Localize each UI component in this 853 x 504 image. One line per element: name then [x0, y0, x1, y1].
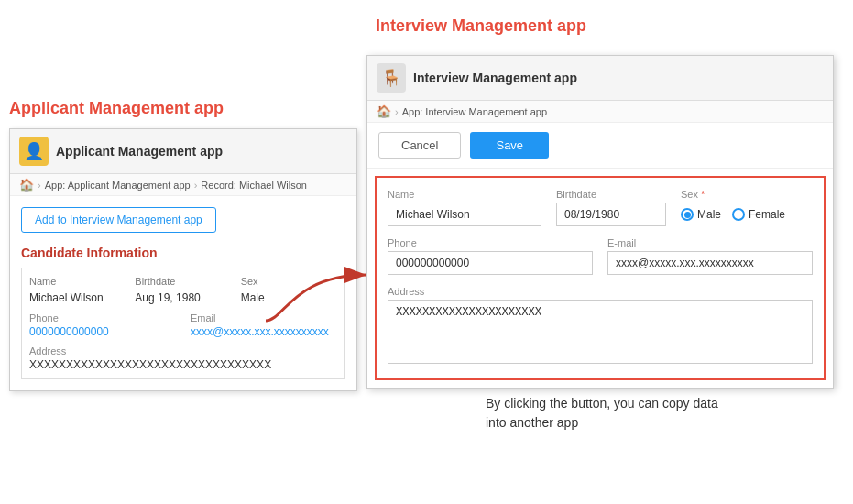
email-input[interactable] — [607, 251, 813, 275]
address-label: Address — [29, 345, 337, 356]
cancel-button[interactable]: Cancel — [378, 132, 461, 159]
phone-input[interactable] — [388, 251, 593, 275]
action-bar: Cancel Save — [367, 123, 833, 169]
birthdate-form-field: Birthdate — [556, 189, 666, 226]
bottom-note: By clicking the button, you can copy dat… — [486, 394, 742, 433]
phone-email-form-row: Phone E-mail — [388, 237, 813, 275]
address-field: Address XXXXXXXXXXXXXXXXXXXXXXXXXXXXXXXX… — [29, 345, 337, 371]
right-app-label: Interview Management app — [376, 16, 586, 36]
right-app-header: 🪑 Interview Management app — [367, 56, 833, 101]
right-app-panel: 🪑 Interview Management app 🏠 › App: Inte… — [366, 55, 834, 389]
right-app-title: Interview Management app — [413, 71, 577, 85]
male-label: Male — [697, 208, 721, 221]
phone-value: 0000000000000 — [29, 325, 176, 338]
left-app-icon: 👤 — [19, 137, 49, 166]
name-value: Michael Wilson — [29, 289, 126, 307]
sex-form-label: Sex * — [681, 189, 813, 200]
right-breadcrumb: 🏠 › App: Interview Management app — [367, 101, 833, 123]
phone-field: Phone 0000000000000 — [29, 312, 176, 338]
form-area: Name Birthdate Sex * Male — [375, 176, 826, 380]
name-form-field: Name — [388, 189, 541, 226]
name-form-label: Name — [388, 189, 541, 200]
male-radio-dot — [681, 208, 694, 221]
copy-arrow — [257, 247, 385, 330]
birthdate-col-container: Birthdate Aug 19, 1980 — [135, 276, 231, 307]
left-breadcrumb-app[interactable]: App: Applicant Management app — [45, 180, 191, 191]
address-form-label: Address — [388, 286, 813, 297]
female-label: Female — [749, 208, 785, 221]
sex-radio-group: Male Female — [681, 203, 813, 221]
phone-label: Phone — [29, 312, 176, 323]
sex-form-field: Sex * Male Female — [681, 189, 813, 226]
address-textarea[interactable]: XXXXXXXXXXXXXXXXXXXXXX — [388, 300, 813, 364]
birthdate-col-header: Birthdate — [135, 276, 231, 287]
left-app-title: Applicant Management app — [56, 144, 223, 159]
add-to-interview-button[interactable]: Add to Interview Management app — [21, 207, 216, 233]
save-button[interactable]: Save — [470, 132, 549, 159]
email-form-label: E-mail — [607, 237, 813, 248]
email-form-field: E-mail — [607, 237, 813, 275]
name-input[interactable] — [388, 203, 541, 226]
female-radio-dot — [732, 208, 745, 221]
name-birthdate-sex-row: Name Birthdate Sex * Male — [388, 189, 813, 226]
male-radio[interactable]: Male — [681, 208, 721, 221]
right-breadcrumb-sep: › — [395, 106, 399, 117]
name-col-header: Name — [29, 276, 126, 287]
female-radio[interactable]: Female — [732, 208, 785, 221]
left-breadcrumb-record[interactable]: Record: Michael Wilson — [201, 180, 307, 191]
sex-required-indicator: * — [701, 189, 705, 200]
left-breadcrumb: 🏠 › App: Applicant Management app › Reco… — [10, 174, 356, 196]
birthdate-value: Aug 19, 1980 — [135, 289, 231, 307]
address-form-field: Address XXXXXXXXXXXXXXXXXXXXXX — [388, 286, 813, 367]
right-breadcrumb-app[interactable]: App: Interview Management app — [402, 106, 547, 117]
breadcrumb-sep2: › — [194, 180, 198, 191]
breadcrumb-sep1: › — [38, 180, 41, 191]
right-breadcrumb-home-icon[interactable]: 🏠 — [377, 104, 391, 118]
left-app-label: Applicant Management app — [9, 99, 224, 118]
left-app-header: 👤 Applicant Management app — [10, 129, 356, 174]
address-value: XXXXXXXXXXXXXXXXXXXXXXXXXXXXXXXXX — [29, 358, 337, 371]
phone-form-field: Phone — [388, 237, 593, 275]
birthdate-input[interactable] — [556, 203, 666, 226]
left-breadcrumb-home-icon[interactable]: 🏠 — [19, 178, 34, 192]
name-col-header-container: Name Michael Wilson — [29, 276, 126, 307]
phone-form-label: Phone — [388, 237, 593, 248]
birthdate-form-label: Birthdate — [556, 189, 666, 200]
right-app-icon: 🪑 — [377, 63, 406, 93]
